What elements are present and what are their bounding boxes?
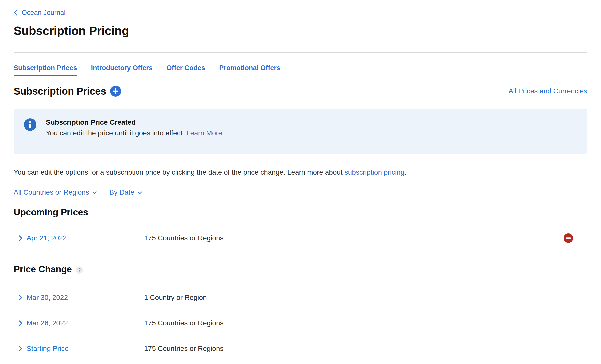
tab-offer-codes[interactable]: Offer Codes: [167, 64, 206, 76]
price-date-link[interactable]: Apr 21, 2022: [27, 234, 67, 242]
info-icon: [24, 118, 36, 131]
countries-filter-dropdown[interactable]: All Countries or Regions: [14, 188, 97, 197]
chevron-down-icon: [92, 191, 97, 194]
sort-by-date-label: By Date: [110, 188, 134, 197]
row-scope: 1 Country or Region: [144, 294, 207, 302]
description-text: You can edit the options for a subscript…: [14, 168, 345, 176]
price-change-header: Price Change ?: [14, 264, 587, 275]
price-change-table: Mar 30, 2022 1 Country or Region Mar 26,…: [14, 285, 587, 361]
plus-icon: [113, 88, 118, 94]
filter-bar: All Countries or Regions By Date: [14, 188, 587, 197]
chevron-right-icon[interactable]: [19, 235, 22, 241]
row-date-cell: Starting Price: [19, 345, 144, 353]
chevron-left-icon[interactable]: [14, 9, 18, 16]
subscription-pricing-page: Ocean Journal Subscription Pricing Subsc…: [0, 0, 601, 364]
minus-circle-icon: [564, 233, 573, 243]
page-title: Subscription Pricing: [14, 24, 587, 38]
price-change-title: Price Change: [14, 264, 72, 275]
upcoming-prices-table: Apr 21, 2022 175 Countries or Regions: [14, 226, 587, 250]
row-date-cell: Mar 26, 2022: [19, 319, 144, 327]
tab-subscription-prices[interactable]: Subscription Prices: [14, 64, 77, 76]
chevron-right-icon[interactable]: [19, 346, 22, 352]
countries-filter-label: All Countries or Regions: [14, 188, 89, 197]
row-scope: 175 Countries or Regions: [144, 234, 224, 242]
price-date-link[interactable]: Mar 30, 2022: [27, 294, 68, 302]
banner-text: Subscription Price Created You can edit …: [46, 117, 222, 137]
breadcrumb: Ocean Journal: [14, 0, 587, 16]
table-row: Mar 30, 2022 1 Country or Region: [14, 285, 587, 310]
chevron-down-icon: [138, 191, 142, 194]
chevron-right-icon[interactable]: [19, 320, 22, 326]
sort-by-date-dropdown[interactable]: By Date: [110, 188, 142, 197]
tab-introductory-offers[interactable]: Introductory Offers: [91, 64, 153, 76]
table-row: Starting Price 175 Countries or Regions: [14, 336, 587, 361]
banner-body: You can edit the price until it goes int…: [46, 129, 222, 137]
tab-bar: Subscription Prices Introductory Offers …: [14, 64, 587, 76]
row-scope: 175 Countries or Regions: [144, 345, 224, 353]
row-date-cell: Apr 21, 2022: [19, 234, 144, 242]
banner-message: You can edit the price until it goes int…: [46, 129, 186, 137]
description-suffix: .: [404, 168, 406, 176]
delete-price-button[interactable]: [564, 233, 573, 243]
page-description: You can edit the options for a subscript…: [14, 168, 587, 177]
all-prices-and-currencies-link[interactable]: All Prices and Currencies: [509, 87, 587, 95]
section-title: Subscription Prices: [14, 85, 106, 97]
table-row: Mar 26, 2022 175 Countries or Regions: [14, 310, 587, 336]
breadcrumb-back-link[interactable]: Ocean Journal: [22, 9, 66, 16]
subscription-pricing-link[interactable]: subscription pricing: [345, 168, 405, 176]
price-date-link[interactable]: Starting Price: [27, 345, 69, 353]
help-icon[interactable]: ?: [76, 267, 83, 274]
banner-title: Subscription Price Created: [46, 118, 222, 127]
add-price-button[interactable]: [110, 86, 121, 97]
chevron-right-icon[interactable]: [19, 295, 22, 301]
info-banner: Subscription Price Created You can edit …: [14, 109, 587, 154]
tab-promotional-offers[interactable]: Promotional Offers: [219, 64, 280, 76]
row-date-cell: Mar 30, 2022: [19, 294, 144, 302]
price-date-link[interactable]: Mar 26, 2022: [27, 319, 68, 327]
learn-more-link[interactable]: Learn More: [186, 129, 222, 137]
table-row: Apr 21, 2022 175 Countries or Regions: [14, 226, 587, 250]
upcoming-prices-title: Upcoming Prices: [14, 207, 587, 218]
header-divider: [14, 52, 587, 53]
row-scope: 175 Countries or Regions: [144, 319, 224, 327]
section-header: Subscription Prices All Prices and Curre…: [14, 85, 587, 97]
